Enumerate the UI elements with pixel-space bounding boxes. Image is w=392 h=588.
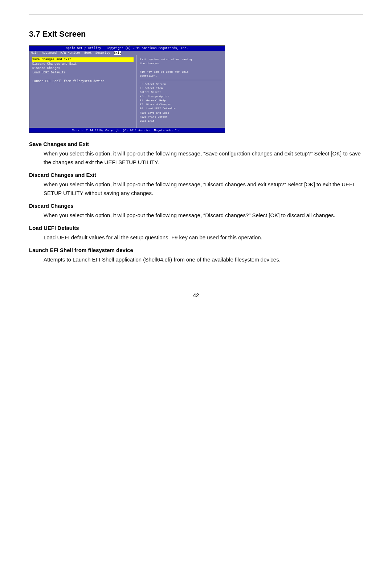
bios-menu-bar: Main Advanced H/W Monitor Boot Security … [29, 51, 225, 55]
bios-entry-discard: Discard Changes [32, 66, 134, 70]
bios-entry-save: Save Changes and Exit [32, 57, 134, 62]
bios-footer: Version 2.14.1219, Copyright (C) 2011 Am… [29, 128, 225, 133]
top-rule [29, 15, 363, 15]
item-desc-launch-efi-shell: Attempts to Launch EFI Shell application… [44, 255, 363, 264]
bios-left-panel: Save Changes and Exit Discard Changes an… [29, 55, 137, 128]
bottom-rule [29, 286, 363, 286]
bios-menu-main: Main [31, 51, 38, 55]
item-desc-load-uefi-defaults: Load UEFI default values for all the set… [44, 233, 363, 242]
item-title-load-uefi-defaults: Load UEFI Defaults [29, 225, 363, 231]
page-number: 42 [29, 292, 363, 298]
bios-title-bar: Aptio Setup Utility – Copyright (C) 2011… [29, 46, 225, 51]
bios-hotkeys: ↔: Select Screen ↕: Select Item Enter: S… [140, 82, 222, 123]
section-title-text: Exit Screen [42, 29, 86, 38]
bios-entry-launch-efi: Launch EFI Shell from filesystem device [32, 79, 134, 84]
bios-entry-discard-exit: Discard Changes and Exit [32, 62, 134, 66]
item-discard-changes: Discard Changes When you select this opt… [29, 203, 363, 220]
item-desc-save-changes-exit: When you select this option, it will pop… [44, 149, 363, 167]
section-number: 3.7 [29, 29, 40, 38]
bios-entry-load-defaults: Load UEFI Defaults [32, 70, 134, 75]
bios-help-text: Exit system setup after savingthe change… [140, 57, 222, 78]
bios-menu-exit: Exit [114, 51, 121, 55]
bios-menu-security: Security [95, 51, 110, 55]
item-desc-discard-changes: When you select this option, it will pop… [44, 211, 363, 220]
item-title-discard-changes: Discard Changes [29, 203, 363, 209]
item-title-discard-changes-exit: Discard Changes and Exit [29, 172, 363, 178]
bios-right-panel: Exit system setup after savingthe change… [137, 55, 225, 128]
item-save-changes-exit: Save Changes and Exit When you select th… [29, 141, 363, 167]
bios-menu-boot: Boot [84, 51, 91, 55]
section-title: 3.7 Exit Screen [29, 29, 363, 39]
bios-menu-hwmonitor: H/W Monitor [60, 51, 81, 55]
bios-entry-spacer [32, 75, 134, 79]
bios-divider [140, 80, 222, 80]
item-title-launch-efi-shell: Launch EFI Shell from filesystem device [29, 247, 363, 253]
item-load-uefi-defaults: Load UEFI Defaults Load UEFI default val… [29, 225, 363, 242]
item-title-save-changes-exit: Save Changes and Exit [29, 141, 363, 147]
section-content: Save Changes and Exit When you select th… [29, 141, 363, 264]
item-discard-changes-exit: Discard Changes and Exit When you select… [29, 172, 363, 198]
bios-menu-advanced: Advanced [42, 51, 57, 55]
bios-body: Save Changes and Exit Discard Changes an… [29, 55, 225, 128]
item-launch-efi-shell: Launch EFI Shell from filesystem device … [29, 247, 363, 264]
bios-screenshot: Aptio Setup Utility – Copyright (C) 2011… [29, 45, 225, 133]
item-desc-discard-changes-exit: When you select this option, it will pop… [44, 180, 363, 198]
